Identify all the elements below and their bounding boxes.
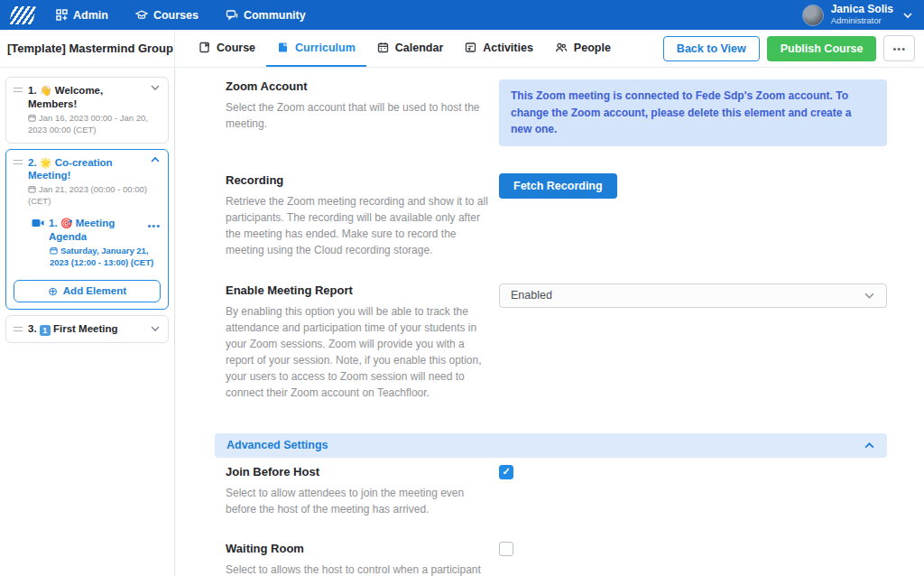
graduation-cap-icon	[135, 9, 148, 21]
module-card-first-meeting[interactable]: 3. 1 First Meeting	[5, 315, 169, 343]
chevron-down-icon[interactable]	[150, 84, 161, 91]
curriculum-tab-icon	[277, 42, 289, 53]
course-tab-icon	[199, 42, 210, 53]
tab-label: People	[574, 42, 611, 54]
section-title: Waiting Room	[226, 542, 492, 555]
section-title: Join Before Host	[226, 465, 492, 478]
section-title: Enable Meeting Report	[226, 283, 492, 297]
nav-label: Community	[244, 9, 306, 22]
ellipsis-icon	[892, 42, 906, 55]
join-before-host-row: Join Before Host Select to allow attende…	[215, 465, 887, 517]
drag-handle-icon[interactable]	[14, 160, 23, 164]
curriculum-sidebar: 1. 👋 Welcome, Members! Jan 16, 2023 00:0…	[0, 68, 175, 576]
plus-circle-icon: ⊕	[48, 285, 58, 297]
element-more-icon[interactable]	[147, 217, 161, 233]
section-title: Recording	[226, 173, 492, 187]
module-title: 1. 👋 Welcome, Members!	[28, 84, 144, 111]
calendar-icon	[50, 246, 58, 255]
waiting-room-checkbox[interactable]	[499, 542, 513, 556]
nav-item-community[interactable]: Community	[226, 9, 306, 22]
chat-bubbles-icon	[226, 9, 238, 21]
module-card-welcome[interactable]: 1. 👋 Welcome, Members! Jan 16, 2023 00:0…	[5, 77, 169, 144]
nav-item-courses[interactable]: Courses	[135, 9, 199, 22]
fetch-recording-button[interactable]: Fetch Recording	[499, 173, 617, 199]
module-dates: Jan 16, 2023 00:00 - Jan 20, 2023 00:00 …	[28, 113, 161, 136]
course-title: [Template] Mastermind Group for Co...	[0, 30, 175, 67]
calendar-icon	[28, 185, 36, 193]
user-menu[interactable]: Janica Solis Administrator	[802, 4, 913, 26]
section-title: Zoom Account	[226, 79, 492, 93]
element-dates: Saturday, January 21, 2023 (12:00 - 13:0…	[50, 246, 161, 269]
module-card-cocreation[interactable]: 2. 🌟 Co-creation Meeting! Jan 21, 2023 (…	[5, 149, 169, 310]
section-description: Select the Zoom account that will be use…	[226, 99, 492, 132]
admin-grid-icon	[56, 9, 68, 21]
element-meeting-agenda[interactable]: 1. 🎯 Meeting Agenda	[32, 217, 161, 244]
add-element-button[interactable]: ⊕ Add Element	[14, 280, 161, 302]
select-value: Enabled	[511, 289, 552, 302]
publish-course-button[interactable]: Publish Course	[767, 36, 877, 61]
tab-course[interactable]: Course	[188, 30, 266, 67]
chevron-up-icon	[864, 441, 875, 450]
course-header: [Template] Mastermind Group for Co... Co…	[0, 30, 924, 68]
module-dates: Jan 21, 2023 (00:00 - 00:00) (CET)	[28, 184, 161, 208]
more-options-button[interactable]	[883, 35, 915, 61]
chevron-down-icon[interactable]	[150, 325, 161, 332]
dart-emoji-icon: 🎯	[60, 218, 73, 228]
top-navbar: Admin Courses Community Janica Solis Adm…	[0, 0, 924, 30]
join-before-host-checkbox[interactable]	[499, 465, 513, 479]
chevron-down-icon	[902, 12, 913, 19]
section-description: Select to allow attendees to join the me…	[226, 485, 492, 517]
video-camera-icon	[32, 218, 44, 228]
advanced-settings-label: Advanced Settings	[226, 439, 328, 451]
tab-label: Course	[217, 42, 255, 54]
tab-calendar[interactable]: Calendar	[366, 30, 455, 67]
activities-tab-icon	[465, 42, 476, 53]
tab-curriculum[interactable]: Curriculum	[266, 30, 366, 67]
user-name: Janica Solis	[831, 4, 893, 16]
wave-emoji-icon: 👋	[40, 85, 52, 96]
section-description: Retrieve the Zoom meeting recording and …	[226, 193, 492, 258]
module-title: 3. 1 First Meeting	[28, 322, 144, 336]
module-title: 2. 🌟 Co-creation Meeting!	[28, 156, 144, 183]
tab-label: Calendar	[395, 42, 444, 54]
tab-label: Activities	[483, 42, 533, 54]
keycap-one-icon: 1	[40, 325, 51, 336]
drag-handle-icon[interactable]	[14, 88, 23, 92]
calendar-icon	[28, 114, 36, 122]
calendar-tab-icon	[377, 42, 389, 53]
section-description: By enabling this option you will be able…	[226, 303, 492, 401]
nav-label: Admin	[73, 9, 108, 22]
course-tabs: Course Curriculum Calendar Activities Pe…	[175, 30, 622, 67]
waiting-room-row: Waiting Room Select to allows the host t…	[215, 542, 887, 576]
people-tab-icon	[555, 42, 568, 53]
back-to-view-button[interactable]: Back to View	[663, 36, 760, 61]
nav-item-admin[interactable]: Admin	[56, 9, 108, 22]
star-emoji-icon: 🌟	[40, 157, 52, 168]
element-title: 1. 🎯 Meeting Agenda	[49, 217, 143, 244]
app-logo-icon[interactable]	[9, 6, 36, 24]
recording-row: Recording Retrieve the Zoom meeting reco…	[215, 173, 887, 258]
meeting-report-row: Enable Meeting Report By enabling this o…	[215, 283, 887, 401]
tab-activities[interactable]: Activities	[454, 30, 544, 67]
zoom-account-row: Zoom Account Select the Zoom account tha…	[215, 79, 887, 146]
element-settings-panel: Zoom Account Select the Zoom account tha…	[175, 68, 924, 576]
chevron-up-icon[interactable]	[150, 156, 161, 163]
section-description: Select to allows the host to control whe…	[226, 562, 492, 576]
advanced-settings-toggle[interactable]: Advanced Settings	[215, 433, 887, 458]
tab-label: Curriculum	[295, 42, 356, 54]
avatar	[802, 5, 824, 26]
zoom-account-alert: This Zoom meeting is connected to Fede S…	[499, 79, 887, 146]
meeting-report-select[interactable]: Enabled	[499, 283, 887, 308]
chevron-down-icon	[864, 292, 875, 300]
tab-people[interactable]: People	[544, 30, 622, 67]
drag-handle-icon[interactable]	[14, 327, 23, 331]
user-role: Administrator	[831, 16, 893, 26]
nav-label: Courses	[153, 9, 199, 22]
